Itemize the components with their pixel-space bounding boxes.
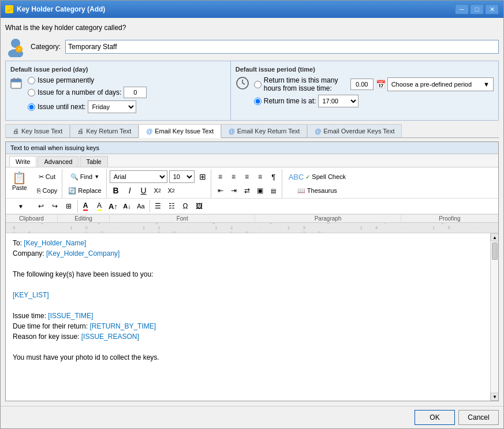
undo-redo-group: ↩ ↪ ⊞	[35, 200, 78, 212]
tabs-bar: 🖨 Key Issue Text 🖨 Key Return Text @ Ema…	[5, 124, 499, 138]
italic-button[interactable]: I	[124, 184, 136, 197]
title-controls: ─ □ ✕	[455, 4, 499, 14]
tab-email-overdue-label: Email Overdue Keys Text	[323, 128, 394, 135]
svg-rect-5	[11, 79, 21, 82]
font-label: Font	[110, 215, 255, 222]
radio-days-input[interactable]	[28, 89, 35, 96]
days-number-input[interactable]	[124, 87, 147, 98]
minimize-button[interactable]: ─	[455, 4, 469, 14]
radio-hours-input[interactable]	[254, 81, 262, 88]
spell-check-icon: ABC	[289, 173, 304, 181]
radio-permanent-input[interactable]	[28, 77, 35, 84]
replace-button[interactable]: 🔄 Replace	[65, 184, 104, 197]
paste-button[interactable]: 📋 Paste	[8, 169, 31, 198]
cut-button[interactable]: ✂ Cut	[34, 170, 61, 183]
content-line8: Issue time: [ISSUE_TIME]	[13, 311, 483, 321]
special-char-button[interactable]: Ω	[179, 200, 192, 212]
period-day-content: Issue permanently Issue for a number of …	[10, 76, 226, 115]
text-direction-button[interactable]: ⇄	[241, 184, 253, 197]
find-button[interactable]: 🔍 Find ▼	[65, 170, 104, 183]
cancel-button[interactable]: Cancel	[458, 410, 499, 425]
font-grow-button[interactable]: A↑	[107, 200, 120, 212]
insert-image-button[interactable]: 🖼	[193, 200, 206, 212]
category-input[interactable]	[65, 40, 499, 54]
indent-decrease-button[interactable]: ⇤	[214, 184, 227, 197]
editor-title: Text to email when issuing keys	[6, 142, 498, 154]
tab-email-key-return[interactable]: @ Email Key Return Text	[221, 124, 307, 137]
redo-button[interactable]: ↪	[48, 200, 61, 212]
align-justify-button[interactable]: ≡	[254, 170, 267, 183]
prompt-text: What is the key holder category called?	[5, 23, 499, 33]
tab-key-return[interactable]: 🖨 Key Return Text	[70, 124, 139, 137]
tab-email-overdue-icon: @	[315, 128, 321, 135]
close-button[interactable]: ✕	[485, 4, 499, 14]
maximize-button[interactable]: □	[470, 4, 484, 14]
insert-field-button[interactable]: ⊞	[62, 200, 75, 212]
radio-at-input[interactable]	[254, 98, 262, 105]
align-center-button[interactable]: ≡	[227, 170, 240, 183]
avatar: 🔑	[5, 36, 26, 57]
font-color-button[interactable]: A	[79, 200, 92, 212]
superscript-button[interactable]: X2	[165, 184, 178, 197]
copy-button[interactable]: ⎘ Copy	[34, 184, 61, 197]
editor-tab-table[interactable]: Table	[80, 156, 107, 167]
tab-key-issue[interactable]: 🖨 Key Issue Text	[5, 124, 70, 137]
period-time-content: Return time is this many hours from issu…	[236, 76, 494, 110]
radio-until-input[interactable]	[28, 103, 35, 111]
underline-button[interactable]: U	[137, 184, 150, 197]
spell-check-button[interactable]: ABC ✓ Spell Check	[286, 170, 349, 183]
toolbar-row1: 📋 Paste ✂ Cut ⎘ Copy	[6, 167, 498, 199]
font-shrink-button[interactable]: A↓	[121, 200, 133, 212]
bold-button[interactable]: B	[110, 184, 122, 197]
scroll-down-button[interactable]: ▼	[491, 393, 498, 401]
font-family-select[interactable]: Arial Times New Roman Courier New	[110, 170, 167, 183]
content-line2: Company: [Key_Holder_Company]	[13, 248, 483, 259]
at-time-select[interactable]: 09:00 12:00 17:00 18:00	[318, 95, 359, 107]
radio-permanent: Issue permanently	[28, 76, 147, 84]
editor-tab-advanced[interactable]: Advanced	[38, 156, 79, 167]
tab-email-overdue[interactable]: @ Email Overdue Keys Text	[307, 124, 402, 137]
thesaurus-button[interactable]: 📖 Thesaurus	[286, 184, 349, 197]
vertical-scrollbar[interactable]: ▲ ▼	[490, 233, 498, 401]
editor-body[interactable]: To: [Key_Holder_Name] Company: [Key_Hold…	[6, 233, 490, 401]
indent-increase-button[interactable]: ⇥	[227, 184, 240, 197]
highlight-button[interactable]: A	[93, 200, 106, 212]
align-right-button[interactable]: ≡	[241, 170, 253, 183]
editor-tabs: Write Advanced Table	[6, 154, 498, 167]
hours-value-input[interactable]	[350, 79, 374, 90]
tab-key-return-label: Key Return Text	[86, 128, 131, 135]
window-title: Key Holder Category (Add)	[17, 5, 105, 13]
subscript-button[interactable]: X2	[151, 184, 164, 197]
editor-body-container: To: [Key_Holder_Name] Company: [Key_Hold…	[6, 233, 498, 401]
font-size-select[interactable]: 8 10 12 14 16	[169, 170, 195, 183]
para-mark-button[interactable]: ¶	[267, 170, 280, 183]
svg-rect-7	[17, 78, 19, 81]
ok-button[interactable]: OK	[415, 410, 455, 425]
spell-check-checkmark: ✓	[305, 174, 310, 180]
font-size-expand-button[interactable]: ⊞	[196, 170, 209, 183]
numbered-list-button[interactable]: ☷	[165, 200, 178, 212]
periods-container: Default issue period (day)	[5, 61, 499, 121]
predefined-period-button[interactable]: Choose a pre-defined period ▼	[387, 77, 494, 91]
dropdown-arrow-icon: ▼	[483, 81, 490, 88]
field-key-list: [KEY_LIST]	[13, 291, 49, 299]
border-button[interactable]: ▣	[254, 184, 267, 197]
bullet-list-button[interactable]: ☰	[151, 200, 164, 212]
until-day-select[interactable]: Monday Tuesday Wednesday Thursday Friday	[88, 100, 136, 113]
align-left-button[interactable]: ≡	[214, 170, 227, 183]
clear-format-button[interactable]: Aa	[135, 200, 147, 212]
content-line6: [KEY_LIST]	[13, 290, 483, 300]
clock-icon	[236, 76, 252, 92]
scroll-up-button[interactable]: ▲	[491, 233, 498, 241]
find-dropdown-icon: ▼	[94, 174, 99, 180]
tab-email-key-issue[interactable]: @ Email Key Issue Text	[139, 124, 221, 138]
content-line4: The following key(s) have been issued to…	[13, 269, 483, 279]
scroll-thumb[interactable]	[492, 243, 498, 260]
undo-button[interactable]: ↩	[35, 200, 47, 212]
editor-tab-write[interactable]: Write	[9, 156, 36, 167]
shading-button[interactable]: ▤	[267, 184, 280, 197]
radio-permanent-label: Issue permanently	[38, 76, 94, 84]
paste-dropdown-button[interactable]: ▼	[8, 200, 33, 212]
section-labels: Clipboard Editing Font Paragraph Proofin…	[6, 214, 498, 222]
toolbar-container: 📋 Paste ✂ Cut ⎘ Copy	[6, 167, 498, 223]
